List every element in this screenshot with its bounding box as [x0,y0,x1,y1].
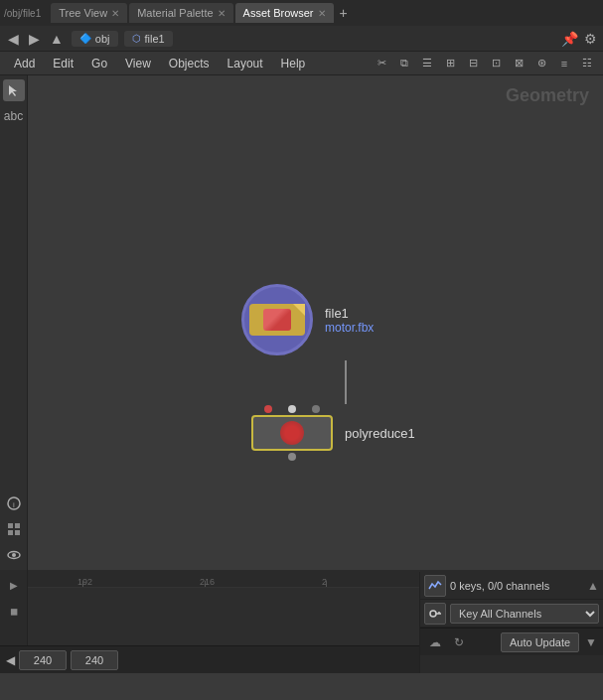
side-tool-a[interactable]: abc [3,105,25,127]
tab-asset-browser[interactable]: Asset Browser ✕ [235,3,334,23]
add-tab-button[interactable]: + [336,5,352,21]
bottom-right-panel: 0 keys, 0/0 channels ▲ Key All Channels … [419,572,603,673]
graph-icon [428,579,442,593]
cloud-icon[interactable]: ☁ [426,633,444,651]
path-label: /obj/file1 [4,8,41,19]
node-polyreduce1-ports-top [264,405,320,413]
nav-forward-button[interactable]: ▶ [27,31,42,47]
frame-start-input[interactable] [19,650,67,670]
menu-view[interactable]: View [117,55,159,72]
toolbar-grid6-icon[interactable]: ⊛ [531,54,551,73]
tl-icon-2[interactable]: ◼ [3,600,25,622]
menu-layout[interactable]: Layout [220,55,271,72]
frame-arrow-left[interactable]: ◀ [6,653,15,667]
menu-add[interactable]: Add [6,55,43,72]
path-file1[interactable]: ⬡ file1 [124,31,173,47]
nav-settings-button[interactable]: ⚙ [584,31,597,47]
tab-label: Tree View [59,7,107,19]
tl-icon-1[interactable]: ▶ [3,574,25,596]
toolbar-grid2-icon[interactable]: ⊞ [440,54,460,73]
channels-icon[interactable] [424,575,446,597]
cursor-icon [7,83,21,97]
ruler-line-2 [326,581,327,587]
node-file1-icon [241,284,313,355]
key-icon [428,607,442,621]
toolbar-grid1-icon[interactable]: ☰ [417,54,437,73]
channels-arrow-up[interactable]: ▲ [587,579,599,593]
node-file1-thumb [263,309,291,331]
nav-back-button[interactable]: ◀ [6,31,21,47]
path-obj-label: obj [95,33,110,45]
frame-end-input[interactable] [71,650,118,670]
toolbar-grid5-icon[interactable]: ⊠ [509,54,528,73]
connection-line [345,360,347,404]
toolbar-rows-icon[interactable]: ☷ [577,54,597,73]
svg-point-7 [12,553,16,557]
menu-help[interactable]: Help [273,55,314,72]
tab-material-palette[interactable]: Material Palette ✕ [129,3,232,23]
port-input-white[interactable] [288,405,296,413]
tab-close-asset[interactable]: ✕ [318,8,326,19]
toolbar-copy-icon[interactable]: ⧉ [394,54,414,73]
port-input-red[interactable] [264,405,272,413]
svg-text:i: i [13,500,15,509]
toolbar-cut-icon[interactable]: ✂ [372,54,391,73]
node-viewport[interactable]: Geometry file1 motor.fbx [28,75,603,570]
node-file1-inner [249,304,305,336]
channels-row: 0 keys, 0/0 channels ▲ [420,572,603,600]
timeline-left-column: ▶ ◼ [0,570,28,645]
tab-tree-view[interactable]: Tree View ✕ [51,3,127,23]
key-all-icon[interactable] [424,603,446,625]
info-icon: i [7,496,21,510]
side-tool-grid[interactable] [3,518,25,540]
toolbar-grid3-icon[interactable]: ⊟ [463,54,483,73]
file1-icon: ⬡ [132,33,141,44]
node-polyreduce1-label: polyreduce1 [345,426,415,441]
ruler-line-192 [82,581,83,587]
tab-bar: /obj/file1 Tree View ✕ Material Palette … [0,0,603,26]
ruler-line-216 [205,581,206,587]
node-polyreduce1-body [251,405,333,461]
key-all-select[interactable]: Key All Channels [450,604,599,624]
svg-point-8 [430,611,436,617]
side-toolbar: abc i [0,75,28,570]
node-file1-fold [293,304,305,316]
node-polyreduce1-inner [251,415,333,451]
main-area: abc i Geometry [0,75,603,570]
path-file1-label: file1 [145,33,165,45]
svg-rect-2 [8,523,13,528]
menu-objects[interactable]: Objects [161,55,218,72]
node-file1-filename: motor.fbx [325,321,374,335]
node-polyreduce1[interactable]: polyreduce1 [251,405,415,461]
eye-icon [7,548,21,562]
toolbar-grid4-icon[interactable]: ⊡ [486,54,506,73]
path-obj[interactable]: 🔷 obj [72,31,118,47]
node-file1-name: file1 [325,306,374,321]
status-dropdown-arrow[interactable]: ▼ [585,635,597,649]
side-tool-eye[interactable] [3,544,25,566]
svg-rect-5 [15,530,20,535]
nav-pin-button[interactable]: 📌 [561,31,578,47]
node-polyreduce1-thumb [280,421,304,445]
port-output[interactable] [288,453,296,461]
tab-close-tree-view[interactable]: ✕ [111,8,119,19]
tab-label: Material Palette [137,7,213,19]
tab-close-material[interactable]: ✕ [218,8,226,19]
tab-label: Asset Browser [243,7,314,19]
side-tool-select[interactable] [3,79,25,101]
menu-bar: Add Edit Go View Objects Layout Help ✂ ⧉… [0,52,603,75]
key-all-row: Key All Channels [420,600,603,628]
port-input-gray[interactable] [312,405,320,413]
menu-edit[interactable]: Edit [45,55,81,72]
refresh-icon[interactable]: ↻ [450,633,468,651]
node-file1[interactable]: file1 motor.fbx [241,284,374,355]
ruler-tick-216: 216 [200,577,215,587]
toolbar-list-icon[interactable]: ≡ [554,54,574,73]
menu-go[interactable]: Go [83,55,115,72]
side-tool-info[interactable]: i [3,492,25,514]
auto-update-button[interactable]: Auto Update [501,632,579,652]
nav-up-button[interactable]: ▲ [48,31,66,47]
nav-bar: ◀ ▶ ▲ 🔷 obj ⬡ file1 📌 ⚙ [0,26,603,52]
node-file1-labels: file1 motor.fbx [325,306,374,335]
channels-label: 0 keys, 0/0 channels [450,580,583,592]
